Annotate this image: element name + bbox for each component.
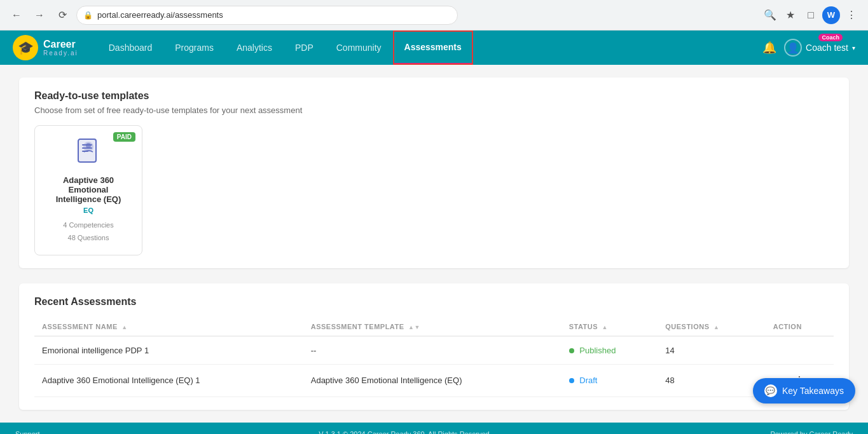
sort-icon-questions: ▲ <box>713 324 719 330</box>
menu-icon[interactable]: ⋮ <box>843 6 860 24</box>
key-takeaways-label: Key Takeaways <box>782 386 844 396</box>
sort-icon-template: ▲▼ <box>408 324 420 330</box>
template-meta: 4 Competencies 48 Questions <box>63 219 114 245</box>
nav-dashboard[interactable]: Dashboard <box>97 31 164 65</box>
row2-name: Adaptive 360 Emotional Intelligence (EQ)… <box>34 364 303 397</box>
key-takeaways-button[interactable]: 💬 Key Takeaways <box>753 378 855 403</box>
paid-badge: PAID <box>113 132 135 142</box>
profile-avatar[interactable]: W <box>822 6 840 24</box>
nav-right: 🔔 Coach 👤 Coach test ▾ <box>762 39 855 57</box>
templates-section: Ready-to-use templates Choose from set o… <box>19 78 849 268</box>
browser-chrome: ← → ⟳ 🔒 portal.careerready.ai/assessment… <box>0 0 868 31</box>
row2-status: Draft <box>561 364 658 397</box>
table-header: ASSESSMENT NAME ▲ ASSESSMENT TEMPLATE ▲▼… <box>34 318 834 336</box>
search-icon[interactable]: 🔍 <box>761 6 779 24</box>
nav-analytics[interactable]: Analytics <box>225 31 284 65</box>
status-dot-published <box>569 348 574 353</box>
template-questions: 48 Questions <box>63 232 114 245</box>
row1-template: -- <box>303 336 561 365</box>
coach-badge: Coach <box>818 34 843 41</box>
nav-programs[interactable]: Programs <box>163 31 225 65</box>
template-cards: PAID Adaptive 360 Emotional Intellige <box>34 125 834 255</box>
recent-title: Recent Assessments <box>34 296 834 308</box>
reload-button[interactable]: ⟳ <box>53 6 71 24</box>
row1-action <box>766 336 834 365</box>
templates-subtitle: Choose from set of free ready-to-use tem… <box>34 105 834 115</box>
logo-icon: 🎓 <box>13 35 38 60</box>
forward-button[interactable]: → <box>31 6 48 24</box>
col-name[interactable]: ASSESSMENT NAME ▲ <box>34 318 303 336</box>
template-card[interactable]: PAID Adaptive 360 Emotional Intellige <box>34 125 142 255</box>
row1-name: Emorional intelligence PDP 1 <box>34 336 303 365</box>
logo[interactable]: 🎓 Career Ready.ai <box>13 35 78 60</box>
row1-status: Published <box>561 336 658 365</box>
col-action: ACTION <box>766 318 834 336</box>
user-name: Coach test <box>806 43 848 53</box>
footer-support[interactable]: Support <box>15 430 40 434</box>
address-bar[interactable]: 🔒 portal.careerready.ai/assessments <box>76 6 458 25</box>
status-text: Published <box>579 346 616 355</box>
table-row: Emorional intelligence PDP 1 -- Publishe… <box>34 336 834 365</box>
footer-copyright: V 1.3.1 © 2024 Career Ready 360. All Rig… <box>319 430 492 434</box>
recent-section: Recent Assessments ASSESSMENT NAME ▲ ASS… <box>19 283 849 410</box>
template-icon <box>72 136 104 168</box>
url-text: portal.careerready.ai/assessments <box>97 10 223 20</box>
footer: Support V 1.3.1 © 2024 Career Ready 360.… <box>0 423 868 434</box>
svg-point-5 <box>86 143 91 148</box>
status-dot-draft <box>569 378 574 383</box>
app-container: 🎓 Career Ready.ai Dashboard Programs Ana… <box>0 31 868 434</box>
user-area[interactable]: Coach 👤 Coach test ▾ <box>784 39 855 57</box>
table-body: Emorional intelligence PDP 1 -- Publishe… <box>34 336 834 397</box>
col-template[interactable]: ASSESSMENT TEMPLATE ▲▼ <box>303 318 561 336</box>
col-questions[interactable]: QUESTIONS ▲ <box>658 318 765 336</box>
user-icon: 👤 <box>784 39 802 57</box>
chevron-down-icon: ▾ <box>852 44 855 51</box>
sort-icon-name: ▲ <box>121 324 127 330</box>
table-row: Adaptive 360 Emotional Intelligence (EQ)… <box>34 364 834 397</box>
logo-ready: Ready.ai <box>43 50 78 57</box>
status-text: Draft <box>579 376 597 385</box>
templates-title: Ready-to-use templates <box>34 90 834 102</box>
bell-icon[interactable]: 🔔 <box>762 41 776 55</box>
main-content: Ready-to-use templates Choose from set o… <box>0 65 868 423</box>
row2-template: Adaptive 360 Emotional Intelligence (EQ) <box>303 364 561 397</box>
logo-career: Career <box>43 39 78 50</box>
nav-assessments[interactable]: Assessments <box>393 31 473 65</box>
row1-questions: 14 <box>658 336 765 365</box>
bookmark-icon[interactable]: ★ <box>782 6 799 24</box>
browser-actions: 🔍 ★ □ W ⋮ <box>761 6 860 24</box>
chat-icon: 💬 <box>764 384 777 397</box>
footer-powered: Powered by Career Ready <box>770 430 853 434</box>
template-tag: EQ <box>83 207 93 214</box>
row2-questions: 48 <box>658 364 765 397</box>
template-competencies: 4 Competencies <box>63 219 114 232</box>
address-icon: 🔒 <box>83 11 93 20</box>
logo-text: Career Ready.ai <box>43 39 78 57</box>
sort-icon-status: ▲ <box>602 324 608 330</box>
nav-pdp[interactable]: PDP <box>284 31 325 65</box>
col-status[interactable]: STATUS ▲ <box>561 318 658 336</box>
assessment-table: ASSESSMENT NAME ▲ ASSESSMENT TEMPLATE ▲▼… <box>34 318 834 397</box>
template-name: Adaptive 360 Emotional Intelligence (EQ) <box>45 175 132 204</box>
navbar: 🎓 Career Ready.ai Dashboard Programs Ana… <box>0 31 868 65</box>
nav-community[interactable]: Community <box>325 31 393 65</box>
back-button[interactable]: ← <box>8 6 25 24</box>
extensions-icon[interactable]: □ <box>802 6 820 24</box>
nav-links: Dashboard Programs Analytics PDP Communi… <box>97 31 762 65</box>
